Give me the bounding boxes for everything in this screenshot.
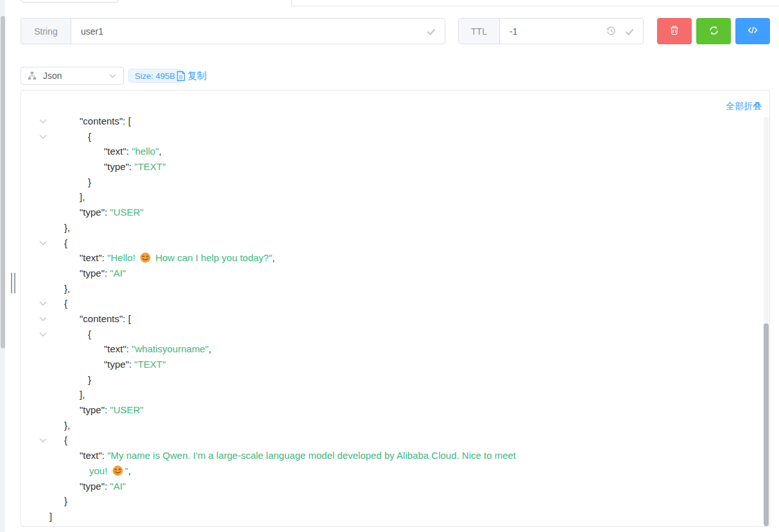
format-select-value: Json — [43, 71, 62, 81]
json-token-punct: ] — [49, 511, 52, 522]
json-token-key: "type" — [80, 404, 105, 415]
json-token-key: "type" — [80, 207, 105, 218]
json-token-punct: : — [102, 252, 107, 263]
key-input-group: String — [21, 18, 445, 44]
json-scrollbar-track[interactable] — [764, 117, 769, 526]
collapse-toggle-icon[interactable] — [38, 435, 48, 445]
json-token-str: you! — [89, 465, 110, 476]
json-token-punct: , — [272, 252, 275, 263]
json-line: { — [22, 236, 760, 251]
tree-icon — [28, 71, 37, 80]
json-line: "text": "whatisyourname", — [22, 341, 760, 357]
json-token-key: "contents" — [80, 117, 123, 126]
smiling-face-emoji — [140, 252, 151, 263]
json-line: } — [22, 493, 760, 509]
value-format-select[interactable]: Json — [21, 67, 124, 85]
left-panel-scrollbar[interactable] — [0, 0, 5, 532]
json-token-punct: , — [159, 146, 162, 157]
document-icon — [176, 71, 185, 82]
ttl-label: TTL — [459, 19, 500, 44]
json-line: you! ", — [22, 463, 760, 479]
json-line: ] — [22, 509, 760, 524]
code-icon — [747, 24, 758, 38]
json-token-punct: }, — [64, 420, 70, 431]
collapse-toggle-icon[interactable] — [38, 298, 48, 309]
json-token-str: "USER" — [110, 207, 143, 218]
json-token-key: "type" — [80, 268, 105, 279]
json-scrollbar-thumb[interactable] — [764, 323, 769, 526]
json-line: "type": "USER" — [22, 205, 760, 220]
json-line: } — [22, 175, 760, 190]
json-line: { — [22, 296, 760, 311]
json-token-punct: , — [128, 465, 131, 476]
json-line: { — [22, 129, 760, 144]
json-token-punct: : [ — [123, 117, 131, 126]
copy-value-link[interactable]: 复制 — [176, 68, 207, 83]
json-line: }, — [22, 418, 760, 433]
json-token-str: "hello" — [132, 146, 158, 157]
json-token-str: "whatisyourname" — [132, 343, 209, 354]
json-line: "type": "AI" — [22, 266, 760, 281]
collapse-toggle-icon[interactable] — [38, 314, 48, 324]
json-token-punct: { — [64, 434, 67, 445]
tab-bar-border — [291, 0, 779, 6]
json-tree: "contents": [{"text": "hello","type": "T… — [22, 117, 760, 524]
json-token-key: "type" — [104, 161, 129, 172]
json-token-str: How can I help you today?" — [153, 252, 272, 263]
json-token-punct: ], — [80, 191, 85, 202]
json-token-punct: : — [102, 450, 107, 461]
json-token-punct: ], — [80, 389, 85, 400]
json-token-str: "TEXT" — [134, 359, 166, 370]
json-line: "type": "TEXT" — [22, 357, 760, 372]
json-token-punct: { — [64, 237, 67, 248]
collapse-toggle-icon[interactable] — [38, 238, 48, 248]
json-token-str: "AI" — [110, 481, 126, 492]
json-scroll-area[interactable]: "contents": [{"text": "hello","type": "T… — [22, 117, 760, 526]
left-panel-scrollbar-thumb[interactable] — [1, 16, 5, 348]
key-name-input[interactable] — [71, 19, 426, 44]
json-line: "contents": [ — [22, 117, 760, 129]
collapse-all-link[interactable]: 全部折叠 — [726, 101, 762, 112]
json-line: { — [22, 327, 760, 342]
json-token-key: "text" — [80, 450, 102, 461]
delete-key-button[interactable] — [657, 18, 692, 44]
panel-resize-handle[interactable] — [11, 273, 15, 293]
ttl-history-icon[interactable] — [606, 26, 617, 37]
json-token-str: "TEXT" — [134, 161, 166, 172]
key-confirm-check-icon[interactable] — [426, 26, 436, 37]
top-tab-partial[interactable] — [21, 0, 119, 3]
json-line: "type": "AI" — [22, 479, 760, 494]
json-line: ], — [22, 189, 760, 205]
chevron-down-icon — [108, 72, 117, 80]
edit-as-code-button[interactable] — [735, 18, 770, 44]
json-token-punct: { — [88, 131, 91, 142]
json-token-str: "USER" — [110, 404, 143, 415]
json-line: { — [22, 433, 760, 448]
json-line: }, — [22, 281, 760, 296]
json-token-punct: : — [126, 146, 132, 157]
json-token-key: "text" — [80, 252, 102, 263]
json-token-punct: : [ — [123, 313, 131, 324]
ttl-confirm-check-icon[interactable] — [624, 26, 635, 37]
collapse-toggle-icon[interactable] — [38, 329, 48, 339]
collapse-toggle-icon[interactable] — [38, 132, 48, 142]
json-line: "type": "TEXT" — [22, 159, 760, 175]
json-token-key: "text" — [104, 343, 126, 354]
json-line: } — [22, 372, 760, 388]
json-token-punct: }, — [64, 222, 70, 233]
refresh-icon — [708, 25, 719, 38]
json-line: }, — [22, 220, 760, 236]
value-size-badge: Size: 495B — [128, 69, 182, 83]
ttl-value-input[interactable] — [500, 19, 606, 44]
json-line: ], — [22, 387, 760, 402]
json-token-punct: : — [126, 343, 132, 354]
json-token-punct: } — [64, 495, 67, 506]
collapse-toggle-icon[interactable] — [38, 117, 48, 126]
json-token-punct: , — [209, 343, 211, 354]
json-viewer-panel: 全部折叠 "contents": [{"text": "hello","type… — [21, 90, 770, 527]
json-token-key: "contents" — [80, 313, 123, 324]
json-token-punct: { — [64, 298, 67, 309]
refresh-value-button[interactable] — [696, 18, 731, 44]
json-line: "type": "USER" — [22, 402, 760, 418]
json-line: "contents": [ — [22, 311, 760, 327]
